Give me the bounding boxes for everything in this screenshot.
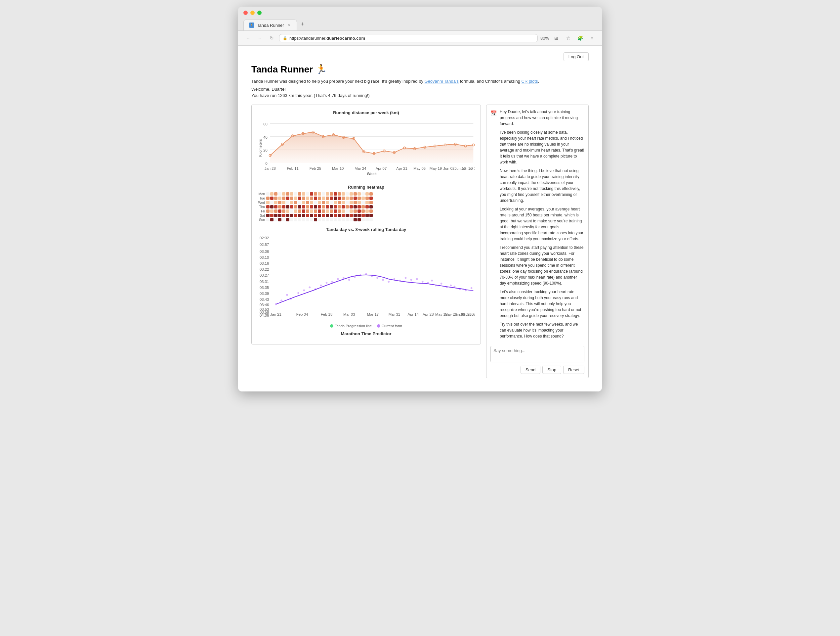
stats-text: You have run 1263 km this year. (That's … bbox=[251, 93, 589, 98]
back-button[interactable]: ← bbox=[243, 33, 253, 43]
tab-close-button[interactable]: ✕ bbox=[287, 23, 291, 27]
cr-plots-link[interactable]: CR plots bbox=[521, 79, 538, 84]
heatmap-cell bbox=[278, 201, 281, 204]
heatmap-cell bbox=[369, 201, 373, 204]
heatmap-cell bbox=[322, 214, 325, 217]
heatmap-cell bbox=[286, 209, 289, 213]
url-prefix: https://tandarunner. bbox=[289, 36, 327, 41]
heatmap-cell bbox=[270, 196, 273, 200]
heatmap-cell bbox=[330, 209, 333, 213]
heatmap-cell bbox=[266, 201, 270, 204]
heatmap-label-mon: Mon bbox=[257, 192, 266, 196]
browser-tab[interactable]: 🏃 Tanda Runner ✕ bbox=[243, 19, 297, 30]
reload-button[interactable]: ↻ bbox=[267, 33, 276, 43]
chat-input[interactable] bbox=[490, 346, 584, 362]
heatmap-title: Running heatmap bbox=[257, 185, 475, 190]
heatmap-row-sun: Sun bbox=[257, 218, 475, 222]
svg-point-63 bbox=[297, 292, 299, 294]
heatmap-cell bbox=[334, 205, 337, 209]
maximize-button[interactable] bbox=[257, 11, 262, 15]
heatmap-cell bbox=[270, 201, 273, 204]
app-title-text: Tanda Runner bbox=[251, 64, 313, 75]
svg-point-85 bbox=[422, 281, 424, 283]
heatmap-cells-sat bbox=[266, 214, 373, 217]
heatmap-cell bbox=[286, 205, 289, 209]
legend-current: Current form bbox=[377, 324, 402, 328]
app-emoji: 🏃 bbox=[316, 64, 327, 75]
subtitle-text: Tanda Runner was designed to help you pr… bbox=[251, 79, 425, 84]
svg-text:03:06: 03:06 bbox=[260, 249, 269, 253]
close-button[interactable] bbox=[243, 11, 248, 15]
heatmap-cells-thu bbox=[266, 205, 373, 209]
heatmap-cell bbox=[274, 218, 278, 221]
heatmap-cell bbox=[362, 218, 365, 221]
svg-point-61 bbox=[286, 294, 288, 296]
svg-text:Jan 28: Jan 28 bbox=[265, 166, 276, 171]
svg-point-72 bbox=[348, 278, 350, 281]
svg-text:03:35: 03:35 bbox=[260, 285, 269, 289]
logout-button[interactable]: Log Out bbox=[564, 52, 589, 61]
heatmap-cell bbox=[302, 192, 305, 196]
heatmap-cell bbox=[357, 209, 361, 213]
stop-button[interactable]: Stop bbox=[542, 365, 561, 374]
heatmap-cell bbox=[338, 214, 341, 217]
heatmap-cell bbox=[326, 205, 329, 209]
heatmap-cell bbox=[346, 218, 349, 221]
heatmap-cell bbox=[306, 218, 309, 221]
heatmap-label-tue: Tue bbox=[257, 196, 266, 200]
svg-text:Week: Week bbox=[367, 171, 377, 176]
heatmap-cell bbox=[365, 218, 369, 221]
svg-text:Apr 21: Apr 21 bbox=[396, 166, 407, 171]
heatmap-cell bbox=[326, 192, 329, 196]
heatmap-cell bbox=[334, 192, 337, 196]
heatmap-cell bbox=[338, 209, 341, 213]
svg-text:Mar 31: Mar 31 bbox=[388, 312, 400, 316]
svg-point-79 bbox=[388, 281, 390, 283]
svg-point-78 bbox=[382, 278, 384, 281]
heatmap-cell bbox=[278, 192, 281, 196]
heatmap-cell bbox=[326, 196, 329, 200]
tanda-link[interactable]: Geovanni Tanda's bbox=[425, 79, 459, 84]
minimize-button[interactable] bbox=[250, 11, 255, 15]
svg-text:03:22: 03:22 bbox=[260, 267, 269, 271]
extensions-button[interactable]: 🧩 bbox=[575, 33, 585, 43]
grid-view-button[interactable]: ⊞ bbox=[552, 33, 561, 43]
chat-buttons: Send Stop Reset bbox=[490, 365, 584, 374]
heatmap-cell bbox=[274, 196, 278, 200]
svg-text:Apr 07: Apr 07 bbox=[376, 166, 387, 171]
heatmap-cell bbox=[306, 214, 309, 217]
send-button[interactable]: Send bbox=[521, 365, 540, 374]
url-domain: duarteocarmo.com bbox=[327, 36, 365, 41]
heatmap-cell bbox=[365, 214, 369, 217]
tab-favicon: 🏃 bbox=[249, 22, 254, 28]
address-bar[interactable]: 🔒 https://tandarunner.duarteocarmo.com bbox=[279, 34, 538, 42]
bookmark-button[interactable]: ☆ bbox=[564, 33, 573, 43]
heatmap-cell bbox=[342, 218, 345, 221]
heatmap-cell bbox=[290, 201, 293, 204]
svg-text:02:32: 02:32 bbox=[260, 236, 269, 240]
forward-button[interactable]: → bbox=[255, 33, 265, 43]
heatmap-cell bbox=[278, 196, 281, 200]
heatmap-cell bbox=[294, 205, 297, 209]
heatmap-cell bbox=[318, 214, 321, 217]
heatmap-cell bbox=[286, 214, 289, 217]
page-content: Log Out Tanda Runner 🏃 Tanda Runner was … bbox=[238, 46, 602, 391]
more-button[interactable]: ≡ bbox=[587, 33, 597, 43]
heatmap-cell bbox=[338, 196, 341, 200]
chart-legend: Tanda Progression line Current form bbox=[257, 324, 475, 328]
heatmap-cell bbox=[298, 205, 301, 209]
tab-title: Tanda Runner bbox=[257, 23, 284, 28]
svg-point-91 bbox=[450, 284, 452, 286]
svg-text:03:39: 03:39 bbox=[260, 291, 269, 296]
heatmap-cell bbox=[362, 205, 365, 209]
heatmap-cell bbox=[266, 192, 270, 196]
new-tab-button[interactable]: + bbox=[297, 18, 309, 30]
heatmap-cell bbox=[357, 196, 361, 200]
svg-text:May 05: May 05 bbox=[414, 166, 426, 171]
reset-button[interactable]: Reset bbox=[563, 365, 584, 374]
svg-text:Mar 24: Mar 24 bbox=[355, 166, 366, 171]
heatmap-cell bbox=[350, 218, 353, 221]
svg-text:Mar 17: Mar 17 bbox=[367, 312, 379, 316]
heatmap-cell bbox=[354, 201, 357, 204]
svg-point-71 bbox=[343, 277, 344, 279]
